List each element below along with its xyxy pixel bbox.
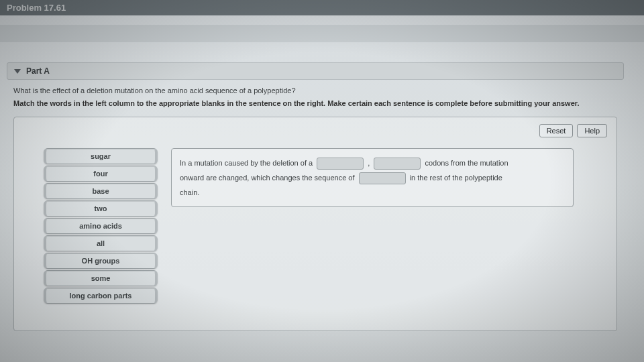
help-button[interactable]: Help bbox=[577, 124, 607, 137]
blank-slot[interactable] bbox=[317, 158, 364, 170]
sentence-comma: , bbox=[368, 159, 370, 167]
sentence-seg: In a mutation caused by the deletion of … bbox=[180, 159, 313, 167]
sentence-seg: codons from the mutation bbox=[425, 159, 508, 167]
word-bank: sugar four base two amino acids all OH g… bbox=[44, 148, 158, 304]
problem-label: Problem 17.61 bbox=[7, 3, 66, 13]
sentence-seg: chain. bbox=[180, 188, 199, 196]
word-item[interactable]: long carbon parts bbox=[44, 288, 158, 304]
word-item[interactable]: two bbox=[44, 200, 158, 217]
sentence-box: In a mutation caused by the deletion of … bbox=[171, 148, 574, 207]
word-item[interactable]: base bbox=[44, 183, 158, 199]
word-item[interactable]: four bbox=[44, 166, 158, 182]
word-item[interactable]: all bbox=[44, 235, 158, 251]
collapse-icon bbox=[14, 69, 21, 74]
question-text: What is the effect of a deletion mutatio… bbox=[13, 86, 617, 95]
instruction-text: Match the words in the left column to th… bbox=[13, 99, 617, 109]
part-title: Part A bbox=[26, 66, 50, 76]
word-item[interactable]: sugar bbox=[44, 148, 158, 164]
word-item[interactable]: OH groups bbox=[44, 253, 158, 269]
word-item[interactable]: amino acids bbox=[44, 218, 158, 234]
blank-slot[interactable] bbox=[374, 158, 421, 170]
spacer-band bbox=[0, 25, 644, 42]
sentence-seg: onward are changed, which changes the se… bbox=[180, 174, 355, 182]
sentence-seg: in the rest of the polypeptide bbox=[410, 174, 502, 182]
part-a-header[interactable]: Part A bbox=[7, 62, 624, 80]
work-area: Reset Help sugar four base two amino aci… bbox=[13, 117, 617, 331]
word-item[interactable]: some bbox=[44, 270, 158, 286]
problem-header: Problem 17.61 bbox=[0, 0, 644, 15]
reset-button[interactable]: Reset bbox=[539, 124, 574, 137]
blank-slot[interactable] bbox=[359, 172, 406, 184]
